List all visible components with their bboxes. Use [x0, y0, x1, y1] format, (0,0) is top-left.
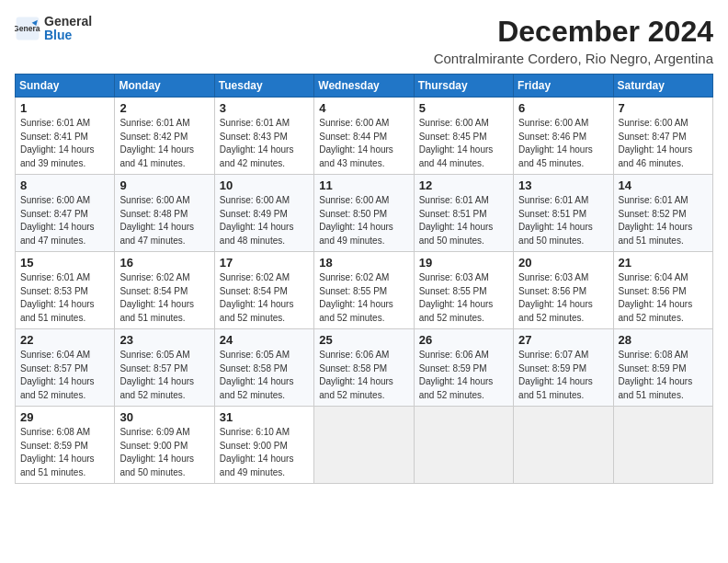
sunset: Sunset: 8:59 PM	[419, 363, 487, 373]
daylight: Daylight: 14 hours and 43 minutes.	[319, 144, 393, 168]
day-number: 10	[220, 178, 309, 192]
calendar-header-row: SundayMondayTuesdayWednesdayThursdayFrid…	[16, 75, 713, 98]
daylight: Daylight: 14 hours and 52 minutes.	[619, 299, 693, 323]
calendar-day-cell: 4 Sunrise: 6:00 AM Sunset: 8:44 PM Dayli…	[314, 98, 414, 175]
daylight: Daylight: 14 hours and 47 minutes.	[119, 222, 194, 246]
calendar-day-cell: 10 Sunrise: 6:00 AM Sunset: 8:49 PM Dayl…	[214, 175, 313, 252]
sunrise: Sunrise: 6:00 AM	[319, 195, 389, 205]
sunset: Sunset: 9:00 PM	[220, 441, 288, 451]
sunset: Sunset: 8:59 PM	[518, 363, 586, 373]
sunrise: Sunrise: 6:01 AM	[419, 195, 489, 205]
calendar-day-cell: 2 Sunrise: 6:01 AM Sunset: 8:42 PM Dayli…	[115, 98, 214, 175]
logo-blue: Blue	[44, 29, 92, 42]
day-number: 13	[518, 178, 608, 192]
sunset: Sunset: 8:46 PM	[518, 132, 586, 142]
day-number: 11	[319, 178, 408, 192]
calendar-day-cell: 8 Sunrise: 6:00 AM Sunset: 8:47 PM Dayli…	[16, 175, 115, 252]
day-number: 27	[518, 333, 608, 347]
calendar-day-cell: 24 Sunrise: 6:05 AM Sunset: 8:58 PM Dayl…	[214, 329, 313, 407]
sunset: Sunset: 8:50 PM	[319, 209, 387, 219]
daylight: Daylight: 14 hours and 51 minutes.	[518, 376, 593, 400]
calendar-day-cell: 12 Sunrise: 6:01 AM Sunset: 8:51 PM Dayl…	[414, 175, 513, 252]
day-info: Sunrise: 6:00 AM Sunset: 8:46 PM Dayligh…	[518, 117, 608, 170]
day-info: Sunrise: 6:00 AM Sunset: 8:47 PM Dayligh…	[20, 194, 109, 247]
sunset: Sunset: 8:51 PM	[419, 209, 487, 219]
day-info: Sunrise: 6:02 AM Sunset: 8:54 PM Dayligh…	[119, 271, 209, 325]
day-number: 25	[319, 333, 408, 347]
sunset: Sunset: 8:58 PM	[220, 363, 288, 373]
day-of-week-header: Thursday	[414, 75, 513, 98]
sunset: Sunset: 8:57 PM	[20, 363, 88, 373]
logo-general: General	[44, 15, 92, 29]
logo: General General Blue	[15, 15, 92, 43]
day-info: Sunrise: 6:03 AM Sunset: 8:56 PM Dayligh…	[518, 271, 608, 325]
sunset: Sunset: 8:52 PM	[619, 209, 687, 219]
day-number: 18	[319, 256, 408, 270]
sunrise: Sunrise: 6:08 AM	[20, 427, 90, 437]
daylight: Daylight: 14 hours and 51 minutes.	[119, 299, 194, 323]
day-of-week-header: Tuesday	[214, 75, 313, 98]
calendar-day-cell: 16 Sunrise: 6:02 AM Sunset: 8:54 PM Dayl…	[115, 252, 214, 329]
daylight: Daylight: 14 hours and 52 minutes.	[419, 376, 494, 400]
sunrise: Sunrise: 6:00 AM	[619, 118, 688, 128]
sunset: Sunset: 8:51 PM	[518, 209, 586, 219]
sunset: Sunset: 8:49 PM	[220, 209, 288, 219]
day-number: 23	[119, 333, 209, 347]
daylight: Daylight: 14 hours and 41 minutes.	[119, 144, 194, 168]
sunrise: Sunrise: 6:05 AM	[220, 350, 290, 360]
day-number: 31	[220, 410, 309, 424]
day-number: 17	[220, 256, 309, 270]
sunset: Sunset: 8:45 PM	[419, 132, 487, 142]
sunrise: Sunrise: 6:02 AM	[119, 272, 189, 282]
sunrise: Sunrise: 6:01 AM	[20, 118, 90, 128]
location-subtitle: Contralmirante Cordero, Rio Negro, Argen…	[434, 51, 713, 66]
daylight: Daylight: 14 hours and 52 minutes.	[419, 299, 494, 323]
logo-text: General Blue	[44, 15, 92, 43]
day-number: 5	[419, 101, 508, 115]
day-number: 16	[119, 256, 209, 270]
sunset: Sunset: 8:53 PM	[20, 286, 88, 296]
daylight: Daylight: 14 hours and 45 minutes.	[518, 144, 593, 168]
calendar-week-row: 1 Sunrise: 6:01 AM Sunset: 8:41 PM Dayli…	[16, 98, 713, 175]
day-of-week-header: Wednesday	[314, 75, 414, 98]
day-number: 28	[619, 333, 708, 347]
calendar-day-cell: 5 Sunrise: 6:00 AM Sunset: 8:45 PM Dayli…	[414, 98, 513, 175]
calendar-day-cell: 19 Sunrise: 6:03 AM Sunset: 8:55 PM Dayl…	[414, 252, 513, 329]
calendar-table: SundayMondayTuesdayWednesdayThursdayFrid…	[15, 74, 713, 484]
day-info: Sunrise: 6:05 AM Sunset: 8:58 PM Dayligh…	[220, 349, 309, 402]
day-info: Sunrise: 6:00 AM Sunset: 8:45 PM Dayligh…	[419, 117, 508, 170]
day-info: Sunrise: 6:01 AM Sunset: 8:53 PM Dayligh…	[20, 271, 109, 325]
day-info: Sunrise: 6:00 AM Sunset: 8:47 PM Dayligh…	[619, 117, 708, 170]
day-number: 30	[119, 410, 209, 424]
sunset: Sunset: 8:54 PM	[220, 286, 288, 296]
day-info: Sunrise: 6:07 AM Sunset: 8:59 PM Dayligh…	[518, 349, 608, 402]
calendar-day-cell: 22 Sunrise: 6:04 AM Sunset: 8:57 PM Dayl…	[16, 329, 115, 407]
sunset: Sunset: 8:55 PM	[319, 286, 387, 296]
sunrise: Sunrise: 6:00 AM	[20, 195, 90, 205]
day-number: 1	[20, 101, 109, 115]
sunset: Sunset: 8:48 PM	[119, 209, 188, 219]
page-header: General General Blue December 2024 Contr…	[15, 15, 713, 66]
sunset: Sunset: 8:47 PM	[20, 209, 88, 219]
calendar-day-cell: 17 Sunrise: 6:02 AM Sunset: 8:54 PM Dayl…	[214, 252, 313, 329]
day-info: Sunrise: 6:09 AM Sunset: 9:00 PM Dayligh…	[119, 426, 209, 479]
daylight: Daylight: 14 hours and 51 minutes.	[619, 222, 693, 246]
sunrise: Sunrise: 6:04 AM	[20, 350, 90, 360]
sunrise: Sunrise: 6:08 AM	[619, 350, 688, 360]
sunrise: Sunrise: 6:01 AM	[119, 118, 189, 128]
daylight: Daylight: 14 hours and 47 minutes.	[20, 222, 95, 246]
day-number: 29	[20, 410, 109, 424]
daylight: Daylight: 14 hours and 50 minutes.	[119, 454, 194, 477]
sunrise: Sunrise: 6:06 AM	[419, 350, 489, 360]
calendar-day-cell: 11 Sunrise: 6:00 AM Sunset: 8:50 PM Dayl…	[314, 175, 414, 252]
sunrise: Sunrise: 6:07 AM	[518, 350, 588, 360]
sunset: Sunset: 8:55 PM	[419, 286, 487, 296]
logo-icon: General	[15, 16, 40, 41]
day-number: 6	[518, 101, 608, 115]
calendar-week-row: 29 Sunrise: 6:08 AM Sunset: 8:59 PM Dayl…	[16, 407, 713, 484]
daylight: Daylight: 14 hours and 50 minutes.	[518, 222, 593, 246]
sunrise: Sunrise: 6:03 AM	[419, 272, 489, 282]
daylight: Daylight: 14 hours and 44 minutes.	[419, 144, 494, 168]
day-info: Sunrise: 6:02 AM Sunset: 8:54 PM Dayligh…	[220, 271, 309, 325]
sunrise: Sunrise: 6:01 AM	[220, 118, 290, 128]
